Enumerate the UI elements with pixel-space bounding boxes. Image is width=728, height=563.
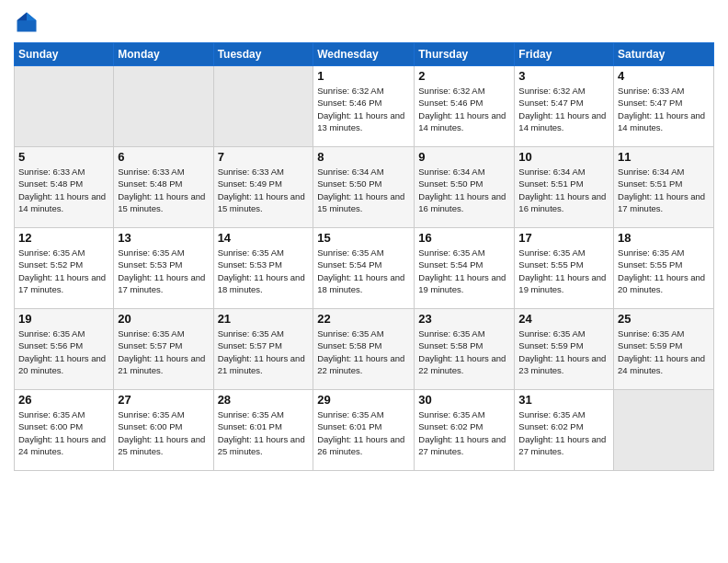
calendar-cell: 4Sunrise: 6:33 AMSunset: 5:47 PMDaylight… <box>614 66 714 147</box>
day-info: Sunrise: 6:35 AMSunset: 5:53 PMDaylight:… <box>118 247 209 295</box>
day-info: Sunrise: 6:35 AMSunset: 5:54 PMDaylight:… <box>418 247 510 295</box>
day-info: Sunrise: 6:35 AMSunset: 6:01 PMDaylight:… <box>218 408 310 457</box>
logo <box>14 9 43 35</box>
day-number: 1 <box>317 69 410 83</box>
weekday-header: Saturday <box>614 43 714 66</box>
day-number: 15 <box>317 231 410 245</box>
logo-icon <box>14 9 40 35</box>
day-number: 3 <box>518 69 609 83</box>
day-number: 22 <box>317 312 410 326</box>
day-info: Sunrise: 6:34 AMSunset: 5:51 PMDaylight:… <box>618 166 710 214</box>
day-number: 18 <box>618 231 710 245</box>
weekday-header: Wednesday <box>313 43 415 66</box>
day-number: 23 <box>418 312 510 326</box>
calendar: SundayMondayTuesdayWednesdayThursdayFrid… <box>14 42 714 471</box>
calendar-cell: 8Sunrise: 6:34 AMSunset: 5:50 PMDaylight… <box>313 147 415 228</box>
calendar-cell: 12Sunrise: 6:35 AMSunset: 5:52 PMDayligh… <box>15 228 114 309</box>
day-number: 12 <box>18 231 109 245</box>
header <box>14 9 714 35</box>
day-number: 19 <box>18 312 109 326</box>
day-number: 7 <box>218 150 310 164</box>
calendar-week: 19Sunrise: 6:35 AMSunset: 5:56 PMDayligh… <box>15 309 714 390</box>
day-info: Sunrise: 6:35 AMSunset: 5:53 PMDaylight:… <box>218 247 310 295</box>
day-number: 11 <box>618 150 710 164</box>
day-info: Sunrise: 6:34 AMSunset: 5:50 PMDaylight:… <box>317 166 410 214</box>
day-number: 14 <box>218 231 310 245</box>
calendar-cell: 19Sunrise: 6:35 AMSunset: 5:56 PMDayligh… <box>15 309 114 390</box>
calendar-cell: 14Sunrise: 6:35 AMSunset: 5:53 PMDayligh… <box>213 228 313 309</box>
calendar-cell: 2Sunrise: 6:32 AMSunset: 5:46 PMDaylight… <box>415 66 515 147</box>
day-number: 5 <box>18 150 109 164</box>
weekday-header: Tuesday <box>213 43 313 66</box>
day-number: 21 <box>218 312 310 326</box>
day-info: Sunrise: 6:35 AMSunset: 5:52 PMDaylight:… <box>18 247 109 295</box>
calendar-header: SundayMondayTuesdayWednesdayThursdayFrid… <box>15 43 714 66</box>
day-info: Sunrise: 6:35 AMSunset: 6:00 PMDaylight:… <box>18 408 109 457</box>
calendar-cell: 7Sunrise: 6:33 AMSunset: 5:49 PMDaylight… <box>213 147 313 228</box>
day-info: Sunrise: 6:33 AMSunset: 5:48 PMDaylight:… <box>18 166 109 214</box>
svg-marker-2 <box>17 13 28 21</box>
calendar-cell: 5Sunrise: 6:33 AMSunset: 5:48 PMDaylight… <box>15 147 114 228</box>
day-info: Sunrise: 6:35 AMSunset: 6:02 PMDaylight:… <box>518 408 609 457</box>
weekday-row: SundayMondayTuesdayWednesdayThursdayFrid… <box>15 43 714 66</box>
calendar-cell: 11Sunrise: 6:34 AMSunset: 5:51 PMDayligh… <box>614 147 714 228</box>
day-number: 24 <box>518 312 609 326</box>
calendar-cell: 31Sunrise: 6:35 AMSunset: 6:02 PMDayligh… <box>515 390 614 471</box>
calendar-week: 26Sunrise: 6:35 AMSunset: 6:00 PMDayligh… <box>15 390 714 471</box>
day-info: Sunrise: 6:35 AMSunset: 5:58 PMDaylight:… <box>317 327 410 376</box>
calendar-cell: 17Sunrise: 6:35 AMSunset: 5:55 PMDayligh… <box>515 228 614 309</box>
calendar-cell: 22Sunrise: 6:35 AMSunset: 5:58 PMDayligh… <box>313 309 415 390</box>
day-info: Sunrise: 6:35 AMSunset: 5:55 PMDaylight:… <box>618 247 710 295</box>
day-number: 17 <box>518 231 609 245</box>
calendar-cell <box>213 66 313 147</box>
calendar-week: 12Sunrise: 6:35 AMSunset: 5:52 PMDayligh… <box>15 228 714 309</box>
calendar-cell: 20Sunrise: 6:35 AMSunset: 5:57 PMDayligh… <box>114 309 213 390</box>
calendar-cell: 16Sunrise: 6:35 AMSunset: 5:54 PMDayligh… <box>415 228 515 309</box>
weekday-header: Friday <box>515 43 614 66</box>
day-info: Sunrise: 6:35 AMSunset: 6:00 PMDaylight:… <box>118 408 209 457</box>
day-info: Sunrise: 6:34 AMSunset: 5:50 PMDaylight:… <box>418 166 510 214</box>
day-number: 27 <box>118 393 209 407</box>
day-info: Sunrise: 6:33 AMSunset: 5:48 PMDaylight:… <box>118 166 209 214</box>
weekday-header: Sunday <box>15 43 114 66</box>
day-number: 30 <box>418 393 510 407</box>
calendar-cell: 21Sunrise: 6:35 AMSunset: 5:57 PMDayligh… <box>213 309 313 390</box>
day-number: 25 <box>618 312 710 326</box>
calendar-body: 1Sunrise: 6:32 AMSunset: 5:46 PMDaylight… <box>15 66 714 471</box>
calendar-cell: 13Sunrise: 6:35 AMSunset: 5:53 PMDayligh… <box>114 228 213 309</box>
day-info: Sunrise: 6:35 AMSunset: 5:56 PMDaylight:… <box>18 327 109 376</box>
calendar-cell <box>15 66 114 147</box>
day-info: Sunrise: 6:33 AMSunset: 5:49 PMDaylight:… <box>218 166 310 214</box>
calendar-cell: 23Sunrise: 6:35 AMSunset: 5:58 PMDayligh… <box>415 309 515 390</box>
day-info: Sunrise: 6:35 AMSunset: 5:54 PMDaylight:… <box>317 247 410 295</box>
calendar-cell: 29Sunrise: 6:35 AMSunset: 6:01 PMDayligh… <box>313 390 415 471</box>
day-number: 26 <box>18 393 109 407</box>
calendar-week: 5Sunrise: 6:33 AMSunset: 5:48 PMDaylight… <box>15 147 714 228</box>
calendar-cell <box>614 390 714 471</box>
calendar-cell: 30Sunrise: 6:35 AMSunset: 6:02 PMDayligh… <box>415 390 515 471</box>
day-number: 8 <box>317 150 410 164</box>
calendar-cell: 25Sunrise: 6:35 AMSunset: 5:59 PMDayligh… <box>614 309 714 390</box>
day-info: Sunrise: 6:33 AMSunset: 5:47 PMDaylight:… <box>618 85 710 133</box>
day-info: Sunrise: 6:35 AMSunset: 5:58 PMDaylight:… <box>418 327 510 376</box>
calendar-cell: 1Sunrise: 6:32 AMSunset: 5:46 PMDaylight… <box>313 66 415 147</box>
day-number: 6 <box>118 150 209 164</box>
day-info: Sunrise: 6:35 AMSunset: 5:55 PMDaylight:… <box>518 247 609 295</box>
calendar-cell: 18Sunrise: 6:35 AMSunset: 5:55 PMDayligh… <box>614 228 714 309</box>
day-number: 28 <box>218 393 310 407</box>
calendar-cell: 6Sunrise: 6:33 AMSunset: 5:48 PMDaylight… <box>114 147 213 228</box>
day-number: 16 <box>418 231 510 245</box>
day-info: Sunrise: 6:34 AMSunset: 5:51 PMDaylight:… <box>518 166 609 214</box>
day-number: 10 <box>518 150 609 164</box>
day-number: 13 <box>118 231 209 245</box>
calendar-cell: 26Sunrise: 6:35 AMSunset: 6:00 PMDayligh… <box>15 390 114 471</box>
day-info: Sunrise: 6:35 AMSunset: 5:57 PMDaylight:… <box>118 327 209 376</box>
day-number: 9 <box>418 150 510 164</box>
day-info: Sunrise: 6:35 AMSunset: 5:57 PMDaylight:… <box>218 327 310 376</box>
day-info: Sunrise: 6:35 AMSunset: 5:59 PMDaylight:… <box>518 327 609 376</box>
day-number: 4 <box>618 69 710 83</box>
weekday-header: Thursday <box>415 43 515 66</box>
page: SundayMondayTuesdayWednesdayThursdayFrid… <box>0 0 728 563</box>
svg-marker-1 <box>27 13 37 21</box>
day-info: Sunrise: 6:32 AMSunset: 5:46 PMDaylight:… <box>418 85 510 133</box>
